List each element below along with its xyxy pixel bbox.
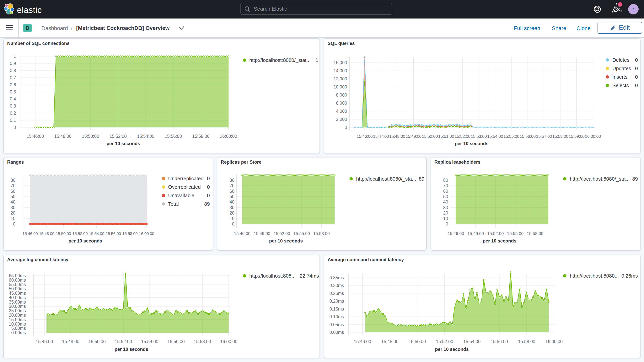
svg-text:2,000: 2,000 [336, 117, 347, 122]
svg-text:12,000: 12,000 [334, 76, 347, 81]
svg-text:15:48:00: 15:48:00 [54, 134, 72, 139]
svg-text:15:46:00: 15:46:00 [36, 339, 53, 344]
svg-text:16:00:00: 16:00:00 [220, 339, 237, 344]
svg-text:50: 50 [443, 194, 448, 199]
svg-text:0.00ms: 0.00ms [330, 330, 344, 335]
svg-text:15:52:00: 15:52:00 [110, 134, 127, 139]
svg-text:Updates: Updates [612, 66, 631, 71]
svg-text:15:58:00: 15:58:00 [313, 231, 330, 236]
svg-text:per 10 seconds: per 10 seconds [106, 141, 140, 146]
svg-text:0: 0 [635, 82, 638, 88]
svg-text:10: 10 [10, 216, 16, 221]
svg-text:0.26ms: 0.26ms [622, 273, 638, 279]
svg-text:15:58:00: 15:58:00 [527, 231, 543, 236]
svg-text:0: 0 [635, 66, 638, 71]
svg-text:0.3: 0.3 [10, 104, 16, 108]
svg-text:16:00:00: 16:00:00 [585, 134, 601, 139]
svg-text:Average command commit latency: Average command commit latency [328, 257, 404, 262]
svg-text:45.00ms: 45.00ms [9, 291, 26, 296]
svg-text:per 10 seconds: per 10 seconds [114, 346, 148, 352]
svg-text:15:52:00: 15:52:00 [436, 339, 453, 344]
svg-text:15:51:00: 15:51:00 [438, 134, 454, 139]
svg-text:8,000: 8,000 [336, 92, 347, 98]
svg-text:0.00ms: 0.00ms [12, 330, 26, 335]
svg-text:80: 80 [230, 178, 234, 183]
svg-text:15:56:00: 15:56:00 [165, 134, 182, 139]
svg-text:15:56:00: 15:56:00 [167, 339, 185, 344]
svg-text:15:54:00: 15:54:00 [137, 134, 154, 139]
svg-text:40: 40 [10, 200, 16, 204]
svg-text:50.00ms: 50.00ms [9, 286, 26, 291]
svg-text:0.05ms: 0.05ms [330, 322, 344, 327]
svg-text:60.00ms: 60.00ms [9, 278, 26, 282]
svg-text:15:58:00: 15:58:00 [192, 134, 210, 139]
svg-text:0.8: 0.8 [10, 68, 16, 73]
svg-text:Selects: Selects [612, 82, 629, 88]
svg-text:6,000: 6,000 [336, 100, 347, 106]
svg-text:0.35ms: 0.35ms [330, 275, 344, 280]
svg-text:40: 40 [230, 200, 234, 204]
svg-text:http://localhost:8080/_stat...: http://localhost:8080/_stat... [249, 57, 310, 63]
svg-text:22.74ms: 22.74ms [300, 273, 319, 279]
svg-text:0: 0 [13, 222, 16, 226]
svg-text:15:50:00: 15:50:00 [408, 339, 426, 344]
svg-text:0.15ms: 0.15ms [330, 306, 344, 312]
svg-text:0.7: 0.7 [10, 75, 16, 80]
svg-text:Inserts: Inserts [612, 74, 628, 80]
svg-text:10.00ms: 10.00ms [9, 322, 26, 326]
svg-text:16:00:00: 16:00:00 [220, 134, 237, 139]
svg-text:15:46:00: 15:46:00 [354, 339, 371, 344]
svg-text:15:58:00: 15:58:00 [194, 339, 211, 344]
svg-text:0: 0 [635, 57, 638, 63]
svg-text:15:49:00: 15:49:00 [468, 231, 484, 236]
svg-text:http://localhost:8080/_sta...: http://localhost:8080/_sta... [356, 176, 416, 182]
svg-text:15:54:00: 15:54:00 [463, 339, 481, 344]
svg-text:15:47:00: 15:47:00 [373, 134, 389, 139]
svg-text:0.25ms: 0.25ms [330, 291, 344, 296]
svg-text:15:50:00: 15:50:00 [422, 134, 438, 139]
svg-text:16,000: 16,000 [334, 60, 347, 65]
svg-text:Underreplicated: Underreplicated [168, 176, 204, 182]
svg-text:89: 89 [204, 201, 210, 207]
svg-text:30: 30 [443, 205, 448, 210]
svg-text:20.00ms: 20.00ms [9, 313, 26, 318]
svg-text:30: 30 [230, 205, 234, 210]
svg-text:per 10 seconds: per 10 seconds [483, 238, 516, 244]
svg-text:15:49:00: 15:49:00 [406, 134, 422, 139]
svg-text:30.00ms: 30.00ms [9, 304, 26, 309]
svg-text:15:58:00: 15:58:00 [518, 339, 536, 344]
svg-text:Replicas per Store: Replicas per Store [221, 160, 262, 164]
svg-text:70: 70 [230, 183, 234, 188]
svg-text:0: 0 [344, 125, 347, 130]
svg-text:89: 89 [632, 176, 638, 182]
svg-text:0.6: 0.6 [10, 82, 16, 87]
svg-text:0: 0 [446, 222, 448, 226]
svg-text:15:58:00: 15:58:00 [122, 231, 138, 236]
svg-text:20: 20 [10, 210, 16, 216]
svg-text:15.00ms: 15.00ms [9, 317, 26, 322]
svg-text:80: 80 [443, 178, 448, 183]
svg-text:55.00ms: 55.00ms [9, 282, 26, 287]
svg-text:15:55:00: 15:55:00 [507, 231, 524, 236]
svg-text:15:48:00: 15:48:00 [389, 134, 405, 139]
svg-text:per 10 seconds: per 10 seconds [455, 141, 488, 146]
svg-text:70: 70 [10, 183, 16, 188]
svg-text:1: 1 [14, 54, 16, 59]
svg-text:15:48:00: 15:48:00 [39, 231, 54, 236]
svg-text:http://localhost:808...: http://localhost:808... [249, 273, 296, 279]
svg-text:0.30ms: 0.30ms [330, 283, 344, 288]
svg-text:80: 80 [10, 178, 16, 183]
svg-text:4,000: 4,000 [336, 109, 347, 114]
svg-text:60: 60 [230, 189, 234, 194]
svg-text:89: 89 [419, 176, 424, 182]
svg-text:Overreplicated: Overreplicated [168, 184, 201, 190]
svg-text:0: 0 [635, 74, 638, 80]
svg-text:15:50:00: 15:50:00 [82, 134, 99, 139]
svg-text:25.00ms: 25.00ms [9, 308, 26, 313]
svg-text:20: 20 [443, 210, 448, 216]
svg-text:15:46:00: 15:46:00 [448, 231, 464, 236]
svg-text:50: 50 [230, 194, 234, 199]
svg-text:15:48:00: 15:48:00 [381, 339, 398, 344]
svg-text:Deletes: Deletes [612, 57, 629, 63]
svg-text:40.00ms: 40.00ms [9, 295, 26, 300]
